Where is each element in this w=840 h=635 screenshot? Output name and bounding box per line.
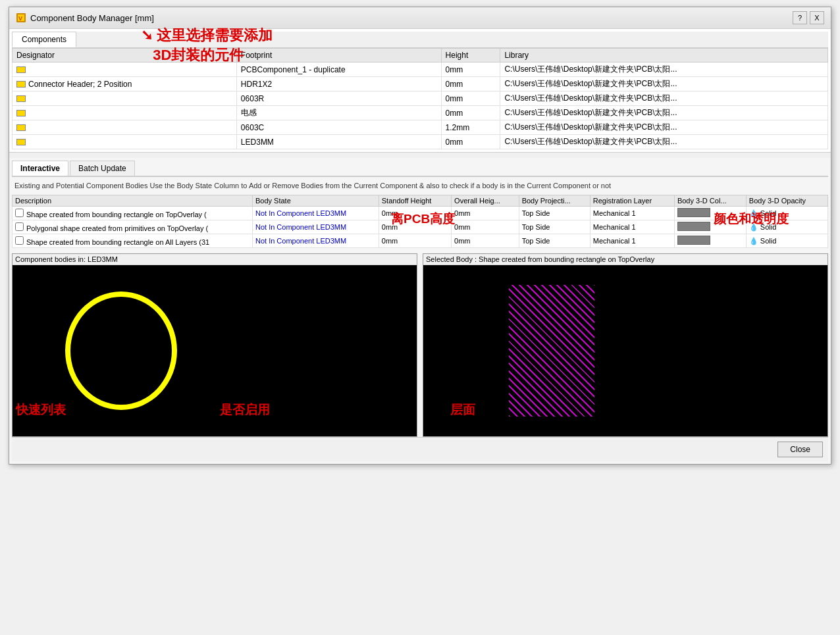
cell-library: C:\Users\王伟雄\Desktop\新建文件夹\PCB\太阳... (500, 106, 828, 120)
color-swatch (677, 208, 710, 217)
body-state-text: Not In Component LED3MM (255, 223, 346, 231)
tab-interactive[interactable]: Interactive (12, 161, 68, 176)
component-icon (16, 139, 26, 145)
component-icon (16, 95, 26, 102)
cell-footprint: HDR1X2 (236, 77, 441, 91)
cell-body-color[interactable] (674, 234, 746, 248)
cell-designator (13, 91, 237, 106)
top-section: ➘ 这里选择需要添加 3D封装的元件 Components Designator… (9, 29, 831, 153)
top-tab-bar: Components (12, 32, 828, 48)
cell-height: 0mm (441, 77, 500, 91)
cell-height: 0mm (441, 63, 500, 77)
body-checkbox[interactable] (15, 209, 24, 217)
bottom-section: 快速列表 是否启用 层面 离PCB高度 颜色和透明度 Interactive B… (9, 158, 831, 464)
opacity-icon: 💧 (749, 237, 758, 245)
cell-standoff: 0mm (379, 234, 451, 248)
cell-body-state: Not In Component LED3MM (252, 220, 379, 234)
component-icon (16, 124, 26, 131)
body-state-text: Not In Component LED3MM (255, 237, 346, 245)
cell-footprint: 0603R (236, 91, 441, 106)
bodies-col-header: Body 3-D Col... (674, 195, 746, 207)
help-button[interactable]: ? (793, 11, 807, 24)
cell-library: C:\Users\王伟雄\Desktop\新建文件夹\PCB\太阳... (500, 77, 828, 91)
body-checkbox[interactable] (15, 222, 24, 231)
table-row[interactable]: Shape created from bounding rectangle on… (13, 234, 828, 248)
close-button-footer[interactable]: Close (777, 442, 823, 457)
cell-description: Polygonal shape created from primitives … (13, 220, 253, 234)
components-table: Designator Footprint Height Library PCBC… (12, 48, 828, 149)
tab-components[interactable]: Components (12, 32, 76, 47)
bodies-col-header: Registration Layer (590, 195, 674, 207)
cell-designator (13, 135, 237, 149)
cell-height: 1.2mm (441, 120, 500, 135)
cell-height: 0mm (441, 135, 500, 149)
table-row[interactable]: Connector Header; 2 PositionHDR1X20mmC:\… (13, 77, 828, 91)
body-checkbox[interactable] (15, 236, 24, 245)
table-row[interactable]: Shape created from bounding rectangle on… (13, 207, 828, 220)
bodies-col-header: Description (13, 195, 253, 207)
cell-library: C:\Users\王伟雄\Desktop\新建文件夹\PCB\太阳... (500, 120, 828, 135)
close-button[interactable]: X (810, 11, 824, 24)
preview-panel-right: Selected Body : Shape created from bound… (423, 253, 828, 437)
cell-height: 0mm (441, 106, 500, 120)
window-title: Component Body Manager [mm] (30, 13, 154, 23)
color-swatch (677, 236, 710, 245)
opacity-icon: 💧 (749, 223, 758, 231)
opacity-text: Solid (760, 237, 776, 245)
cell-description: Shape created from bounding rectangle on… (13, 234, 253, 248)
cell-reg-layer: Mechanical 1 (590, 234, 674, 248)
spacer (9, 153, 831, 158)
table-row[interactable]: PCBComponent_1 - duplicate0mmC:\Users\王伟… (13, 63, 828, 77)
cell-designator (13, 120, 237, 135)
title-bar: V Component Body Manager [mm] ? X (9, 7, 831, 29)
section-description: Existing and Potential Component Bodies … (12, 180, 828, 192)
cell-body-color[interactable] (674, 207, 746, 220)
cell-body-opacity: 💧Solid (746, 234, 827, 248)
cell-body-projection: Top Side (519, 207, 590, 220)
body-description-text: Shape created from bounding rectangle on… (26, 238, 209, 246)
svg-text:V: V (18, 15, 22, 22)
preview-label-right: Selected Body : Shape created from bound… (423, 254, 827, 265)
body-description-text: Shape created from bounding rectangle on… (26, 211, 207, 218)
preview-row: Component bodies in: LED3MM Selected Bod… (12, 253, 828, 437)
hatched-shape (509, 285, 594, 417)
bodies-col-header: Standoff Height (379, 195, 451, 207)
cell-body-color[interactable] (674, 220, 746, 234)
cell-library: C:\Users\王伟雄\Desktop\新建文件夹\PCB\太阳... (500, 135, 828, 149)
cell-overall-height: 0mm (452, 207, 519, 220)
main-window: V Component Body Manager [mm] ? X ➘ 这里选择… (9, 7, 831, 465)
cell-designator (13, 106, 237, 120)
bodies-col-header: Body Projecti... (519, 195, 590, 207)
table-row[interactable]: LED3MM0mmC:\Users\王伟雄\Desktop\新建文件夹\PCB\… (13, 135, 828, 149)
bodies-col-header: Body 3-D Opacity (746, 195, 827, 207)
body-state-text: Not In Component LED3MM (255, 209, 346, 217)
table-row[interactable]: 0603R0mmC:\Users\王伟雄\Desktop\新建文件夹\PCB\太… (13, 91, 828, 106)
cell-body-opacity: 💧Solid (746, 220, 827, 234)
cell-overall-height: 0mm (452, 220, 519, 234)
cell-footprint: 0603C (236, 120, 441, 135)
col-designator: Designator (13, 49, 237, 63)
bodies-col-header: Overall Heig... (452, 195, 519, 207)
app-icon: V (16, 13, 26, 23)
col-footprint: Footprint (236, 49, 441, 63)
opacity-icon: 💧 (749, 209, 758, 217)
led-circle (65, 292, 177, 410)
cell-standoff: 0mm (379, 220, 451, 234)
footer-bar: Close (12, 437, 828, 461)
col-library: Library (500, 49, 828, 63)
cell-library: C:\Users\王伟雄\Desktop\新建文件夹\PCB\太阳... (500, 63, 828, 77)
bodies-table: DescriptionBody StateStandoff HeightOver… (12, 195, 828, 248)
preview-canvas-right (423, 265, 827, 436)
cell-body-state: Not In Component LED3MM (252, 207, 379, 220)
cell-footprint: PCBComponent_1 - duplicate (236, 63, 441, 77)
table-row[interactable]: 电感0mmC:\Users\王伟雄\Desktop\新建文件夹\PCB\太阳..… (13, 106, 828, 120)
table-row[interactable]: Polygonal shape created from primitives … (13, 220, 828, 234)
component-icon (16, 66, 26, 73)
cell-library: C:\Users\王伟雄\Desktop\新建文件夹\PCB\太阳... (500, 91, 828, 106)
component-icon (16, 110, 26, 116)
table-row[interactable]: 0603C1.2mmC:\Users\王伟雄\Desktop\新建文件夹\PCB… (13, 120, 828, 135)
cell-body-projection: Top Side (519, 220, 590, 234)
cell-standoff: 0mm (379, 207, 451, 220)
cell-footprint: LED3MM (236, 135, 441, 149)
tab-batch-update[interactable]: Batch Update (70, 161, 135, 176)
